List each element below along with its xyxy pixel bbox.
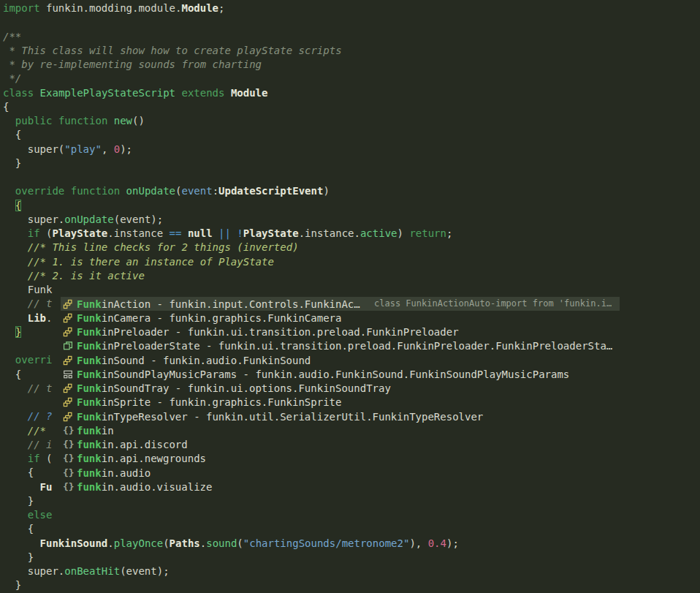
- suggestion-label: inAction - funkin.input.Controls.FunkinA…: [102, 298, 360, 310]
- class-icon: [61, 313, 77, 323]
- code-token: }: [15, 326, 21, 338]
- code-token: return: [409, 227, 446, 239]
- code-token: (: [40, 453, 53, 464]
- suggestion-item[interactable]: FunkinCamera - funkin.graphics.FunkinCam…: [61, 311, 620, 325]
- code-line: [3, 15, 700, 29]
- suggestion-item[interactable]: FunkinTypeResolver - funkin.util.Seriali…: [61, 409, 620, 423]
- code-token: // t: [3, 382, 52, 394]
- code-token: {: [3, 369, 21, 380]
- suggestion-match-prefix: Funk: [77, 369, 102, 380]
- suggestion-label: inTypeResolver - funkin.util.SerializerU…: [102, 411, 484, 423]
- class-icon: [61, 355, 77, 366]
- suggestion-item[interactable]: {}funkin: [61, 423, 620, 437]
- code-token: ;: [446, 227, 452, 239]
- code-token: onUpdate: [126, 185, 175, 197]
- code-token: import: [3, 2, 40, 14]
- suggestion-label: in: [102, 425, 114, 437]
- code-token: // i: [3, 439, 52, 450]
- code-token: "play": [64, 143, 102, 155]
- code-token: }: [3, 551, 34, 563]
- code-token: ): [397, 227, 410, 239]
- code-token: (: [163, 537, 169, 549]
- code-token: );: [120, 143, 132, 155]
- suggestion-item[interactable]: FunkinSprite - funkin.graphics.FunkinSpr…: [61, 396, 620, 409]
- suggestion-match-prefix: Funk: [77, 355, 102, 366]
- code-line: }: [3, 551, 700, 564]
- code-token: if: [28, 453, 40, 464]
- suggestion-label: inSprite - funkin.graphics.FunkinSprite: [102, 396, 342, 408]
- code-token: (event);: [114, 214, 163, 225]
- code-token: //* This line checks for 2 things (inver…: [3, 241, 299, 253]
- suggestion-match-prefix: Funk: [77, 382, 102, 394]
- suggestion-label: in.api.newgrounds: [102, 453, 206, 464]
- code-token: (: [40, 227, 53, 239]
- code-token: Funk: [3, 284, 52, 295]
- code-token: PlayState: [52, 227, 107, 239]
- code-token: Module: [231, 87, 268, 99]
- code-token: new: [114, 115, 132, 126]
- code-token: [120, 185, 126, 197]
- code-token: null: [188, 227, 213, 239]
- suggestion-match-prefix: funk: [77, 439, 102, 450]
- suggestion-match-prefix: funk: [77, 467, 102, 479]
- code-token: }: [3, 495, 34, 507]
- code-token: [34, 87, 39, 99]
- suggestion-item[interactable]: {}funkin.audio.visualize: [61, 480, 620, 494]
- suggestion-item[interactable]: {}funkin.audio: [61, 466, 620, 480]
- suggestion-label: in.api.discord: [102, 439, 188, 450]
- code-token: [3, 481, 40, 493]
- code-token: {: [3, 129, 21, 140]
- code-token: {: [15, 200, 21, 211]
- suggestion-match-prefix: Funk: [77, 396, 102, 408]
- autocomplete-popup[interactable]: FunkinAction - funkin.input.Controls.Fun…: [61, 297, 620, 494]
- class-icon: [61, 397, 77, 407]
- code-token: :: [213, 185, 218, 197]
- code-line: class ExamplePlayStateScript extends Mod…: [3, 86, 700, 100]
- code-line: if (PlayState.instance == null || !PlayS…: [3, 227, 700, 241]
- code-token: onBeatHit: [64, 565, 120, 577]
- code-token: [64, 185, 70, 197]
- code-token: playOnce: [114, 537, 163, 549]
- code-token: 0: [114, 143, 120, 155]
- suggestion-match-prefix: funk: [77, 453, 102, 464]
- code-token: [213, 227, 218, 239]
- code-token: event: [181, 185, 212, 197]
- suggestion-item[interactable]: FunkinSoundTray - funkin.ui.options.Funk…: [61, 382, 620, 396]
- code-line: * This class will show how to create pla…: [3, 44, 700, 58]
- code-token: super.: [3, 214, 64, 225]
- code-token: (): [132, 115, 145, 126]
- suggestion-item[interactable]: {}funkin.api.discord: [61, 438, 620, 452]
- suggestion-item[interactable]: FunkinPreloader - funkin.ui.transition.p…: [61, 325, 620, 339]
- code-line: }: [3, 494, 700, 508]
- suggestion-item[interactable]: FunkinSoundPlayMusicParams - funkin.audi…: [61, 367, 620, 381]
- code-line: */: [3, 72, 700, 86]
- code-token: [3, 354, 15, 366]
- suggestion-item[interactable]: FunkinSound - funkin.audio.FunkinSound: [61, 353, 620, 367]
- code-token: * This class will show how to create pla…: [3, 45, 342, 56]
- suggestion-item[interactable]: {}funkin.api.newgrounds: [61, 452, 620, 466]
- code-token: );: [446, 537, 459, 549]
- suggestion-label: inSoundPlayMusicParams - funkin.audio.Fu…: [102, 369, 570, 380]
- namespace-icon: {}: [61, 439, 77, 450]
- suggestion-match-prefix: Funk: [77, 298, 102, 310]
- suggestion-match-prefix: funk: [77, 481, 102, 493]
- code-token: (event);: [120, 565, 169, 577]
- code-token: Fu: [40, 481, 53, 493]
- code-token: super(: [3, 143, 64, 155]
- code-token: [3, 115, 15, 126]
- code-line: super.onBeatHit(event);: [3, 564, 700, 578]
- code-token: public: [15, 115, 53, 126]
- code-token: // t: [3, 298, 52, 309]
- code-token: function: [58, 115, 107, 126]
- code-token: .instance: [107, 227, 169, 239]
- code-token: ||: [218, 227, 231, 239]
- code-token: (: [237, 537, 243, 549]
- suggestion-item[interactable]: FunkinPreloaderState - funkin.ui.transit…: [61, 339, 620, 353]
- code-line: //* This line checks for 2 things (inver…: [3, 241, 700, 254]
- code-token: onUpdate: [64, 214, 113, 225]
- code-token: "chartingSounds/metronome2": [243, 537, 410, 549]
- suggestion-item-selected[interactable]: FunkinAction - funkin.input.Controls.Fun…: [61, 297, 620, 311]
- suggestion-label: inSoundTray - funkin.ui.options.FunkinSo…: [102, 382, 391, 394]
- code-line: super("play", 0);: [3, 143, 700, 156]
- code-token: /**: [3, 31, 21, 42]
